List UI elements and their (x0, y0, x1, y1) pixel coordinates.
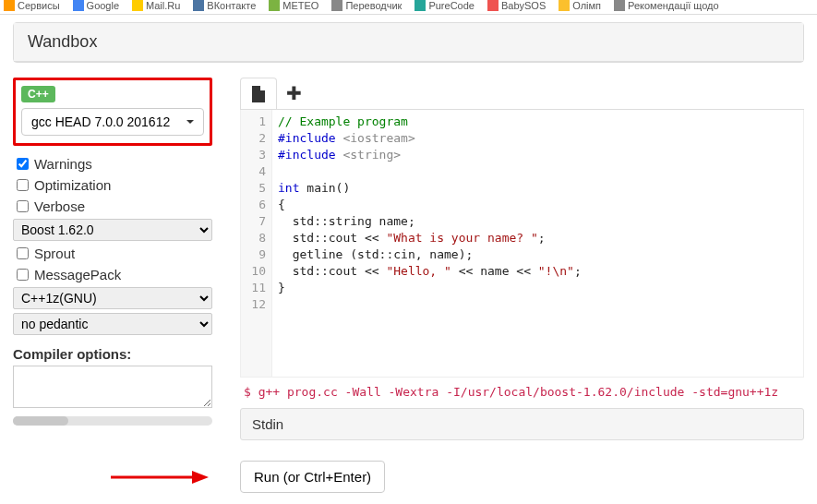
select-pedantic[interactable]: no pedantic (13, 313, 212, 335)
caret-down-icon (186, 120, 194, 124)
checkbox-warnings[interactable]: Warnings (13, 153, 212, 174)
code-content[interactable]: // Example program #include <iostream> #… (272, 110, 587, 377)
code-editor[interactable]: 1 2 3 4 5 6 7 8 9 10 11 12 // Example pr… (240, 110, 804, 378)
checkbox-optimization-input[interactable] (17, 179, 29, 191)
content-row: C++ gcc HEAD 7.0.0 201612 Warnings Optim… (0, 65, 817, 493)
bookmark-item[interactable]: Рекомендації щодо (614, 0, 719, 11)
stdin-toggle[interactable]: Stdin (240, 408, 804, 440)
compiler-select-highlight: C++ gcc HEAD 7.0.0 201612 (13, 78, 212, 146)
editor-tabs: ✚ (240, 78, 804, 110)
bookmark-item[interactable]: PureCode (415, 0, 475, 11)
run-button[interactable]: Run (or Ctrl+Enter) (240, 461, 385, 493)
select-boost[interactable]: Boost 1.62.0 (13, 219, 212, 241)
tab-file[interactable] (240, 78, 277, 109)
select-std[interactable]: C++1z(GNU) (13, 287, 212, 309)
checkbox-sprout[interactable]: Sprout (13, 243, 212, 264)
bookmark-item[interactable]: Google (73, 0, 119, 11)
file-icon (252, 86, 265, 102)
bookmark-item[interactable]: METEO (269, 0, 318, 11)
plus-icon: ✚ (286, 82, 302, 104)
bookmark-item[interactable]: Mail.Ru (132, 0, 180, 11)
compiler-options-textarea[interactable] (13, 366, 212, 408)
sidebar-scrollbar-thumb[interactable] (13, 416, 68, 426)
annotation-arrow (111, 468, 209, 486)
compiler-dropdown[interactable]: gcc HEAD 7.0.0 201612 (21, 108, 204, 136)
line-gutter: 1 2 3 4 5 6 7 8 9 10 11 12 (241, 110, 272, 377)
checkbox-verbose[interactable]: Verbose (13, 196, 212, 217)
bookmark-item[interactable]: BabySOS (487, 0, 546, 11)
bookmark-item[interactable]: ВКонтакте (193, 0, 256, 11)
checkbox-optimization[interactable]: Optimization (13, 174, 212, 196)
svg-marker-1 (192, 471, 209, 484)
page-title: Wandbox (14, 23, 803, 62)
compile-command: $ g++ prog.cc -Wall -Wextra -I/usr/local… (240, 378, 804, 406)
checkbox-sprout-input[interactable] (17, 247, 29, 259)
sidebar-scrollbar[interactable] (13, 416, 212, 426)
checkbox-verbose-input[interactable] (17, 200, 29, 212)
bookmarks-bar: Сервисы Google Mail.Ru ВКонтакте METEO П… (0, 0, 817, 15)
bookmark-item[interactable]: Олімп (559, 0, 601, 11)
checkbox-messagepack-input[interactable] (17, 269, 29, 281)
tab-add[interactable]: ✚ (277, 78, 311, 109)
checkbox-warnings-input[interactable] (17, 158, 29, 170)
sidebar: C++ gcc HEAD 7.0.0 201612 Warnings Optim… (13, 78, 212, 426)
bookmark-item[interactable]: Переводчик (331, 0, 402, 11)
main-panel: Wandbox (13, 22, 804, 63)
language-badge: C++ (21, 86, 55, 102)
main-area: ✚ 1 2 3 4 5 6 7 8 9 10 11 12 // Example … (212, 78, 804, 493)
bookmark-item[interactable]: Сервисы (4, 0, 60, 11)
compiler-options-label: Compiler options: (13, 346, 212, 362)
checkbox-messagepack[interactable]: MessagePack (13, 264, 212, 285)
compiler-dropdown-label: gcc HEAD 7.0.0 201612 (31, 114, 170, 129)
